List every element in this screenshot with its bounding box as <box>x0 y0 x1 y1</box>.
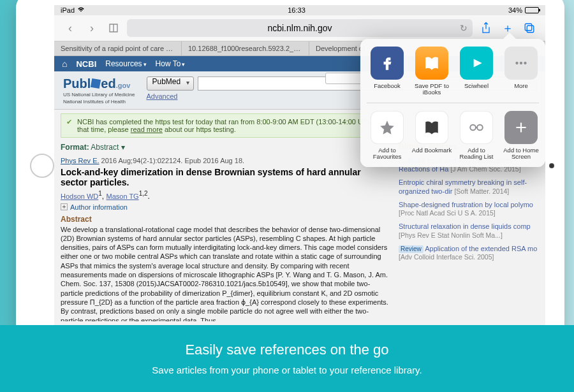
tabs-button[interactable] <box>521 20 538 36</box>
promo-heading: Easily save references on the go <box>185 342 388 358</box>
check-icon: ✔ <box>66 118 72 133</box>
author-link[interactable]: Mason TG <box>107 192 139 200</box>
ipad-screen: iPad 16:33 34% ‹ › ncbi.nlm.nih.gov ↻ <box>54 5 545 326</box>
pubmed-logo: Publed.gov US National Library of Medici… <box>63 76 135 105</box>
bookmarks-button[interactable] <box>105 20 122 36</box>
url-text: ncbi.nlm.nih.gov <box>267 23 332 33</box>
authors: Hodson WD1, Mason TG1,2. <box>61 190 390 201</box>
status-bar: iPad 16:33 34% <box>54 5 545 15</box>
content-body: Format: Abstract ▾ Phys Rev E. 2016 Aug;… <box>54 142 545 317</box>
share-sheet: FacebookSave PDF to iBooksSciwheelMore A… <box>360 39 545 167</box>
promo-banner: Easily save references on the go Save ar… <box>0 325 574 392</box>
svg-point-3 <box>520 62 522 64</box>
share-action-glasses[interactable]: Add to Reading List <box>456 111 497 161</box>
promo-subtext: Save articles from your phone or tablet … <box>152 365 422 375</box>
ipad-frame: iPad 16:33 34% ‹ › ncbi.nlm.nih.gov ↻ <box>16 0 564 338</box>
device-label: iPad <box>61 6 75 14</box>
battery-pct: 34% <box>508 6 522 14</box>
share-action-book[interactable]: Add Bookmark <box>411 111 452 161</box>
similar-item[interactable]: Shape-designed frustration by local poly… <box>399 201 539 219</box>
ncbi-menu-resources[interactable]: Resources▾ <box>105 59 146 68</box>
status-time: 16:33 <box>288 6 305 14</box>
abstract-text: We develop a translational-rotational ca… <box>61 225 390 321</box>
svg-rect-0 <box>525 24 532 31</box>
author-info-toggle[interactable]: +Author information <box>61 203 390 211</box>
browser-tab[interactable]: Sensitivity of a rapid point of care ass… <box>54 41 182 55</box>
db-select[interactable]: PubMed <box>147 76 195 91</box>
home-button[interactable] <box>30 154 54 178</box>
read-more-link[interactable]: read more <box>131 126 163 133</box>
reload-icon[interactable]: ↻ <box>460 23 467 33</box>
similar-item[interactable]: Review Application of the extended RSA m… <box>399 245 539 263</box>
forward-button[interactable]: › <box>84 20 100 36</box>
journal-link[interactable]: Phys Rev E. <box>61 157 99 164</box>
url-field[interactable]: ncbi.nlm.nih.gov ↻ <box>127 19 473 37</box>
safari-toolbar: ‹ › ncbi.nlm.nih.gov ↻ ＋ <box>54 15 545 41</box>
share-app-more[interactable]: More <box>501 47 539 96</box>
back-button[interactable]: ‹ <box>62 20 78 36</box>
svg-point-2 <box>515 62 518 64</box>
battery-icon <box>525 7 539 13</box>
author-link[interactable]: Hodson WD <box>61 192 98 200</box>
svg-point-6 <box>477 125 483 131</box>
format-row[interactable]: Format: Abstract ▾ <box>61 143 390 152</box>
camera-dot <box>549 163 554 168</box>
share-action-plus[interactable]: Add to Home Screen <box>501 111 539 161</box>
similar-item[interactable]: Structural relaxation in dense liquids c… <box>399 222 539 240</box>
share-app-ibooks[interactable]: Save PDF to iBooks <box>411 47 452 96</box>
article-main: Format: Abstract ▾ Phys Rev E. 2016 Aug;… <box>61 142 390 317</box>
browser-tab[interactable]: 10.12688_f1000research.5923.2_201... <box>182 41 309 55</box>
wifi-icon <box>77 6 85 14</box>
share-button[interactable] <box>478 20 494 36</box>
svg-point-4 <box>524 62 526 64</box>
ncbi-menu-howto[interactable]: How To▾ <box>156 59 186 68</box>
sidebar-similar: Similar articles Colloidal Lock-and-Key … <box>399 142 539 317</box>
share-app-fb[interactable]: Facebook <box>367 47 408 96</box>
share-action-star[interactable]: Add to Favourites <box>367 111 408 161</box>
citation: Phys Rev E. 2016 Aug;94(2-1):022124. Epu… <box>61 157 390 164</box>
chevron-down-icon: ▾ <box>121 143 125 152</box>
similar-item[interactable]: Entropic chiral symmetry breaking in sel… <box>399 178 539 196</box>
svg-point-5 <box>470 125 476 131</box>
share-app-sciwheel[interactable]: Sciwheel <box>456 47 497 96</box>
abstract-heading: Abstract <box>61 215 390 224</box>
article-title: Lock-and-key dimerization in dense Brown… <box>61 167 390 187</box>
ncbi-logo-icon: ⌂ <box>62 59 67 69</box>
ncbi-brand: NCBI <box>76 59 96 69</box>
svg-rect-1 <box>527 25 534 33</box>
advanced-link[interactable]: Advanced <box>147 92 178 100</box>
